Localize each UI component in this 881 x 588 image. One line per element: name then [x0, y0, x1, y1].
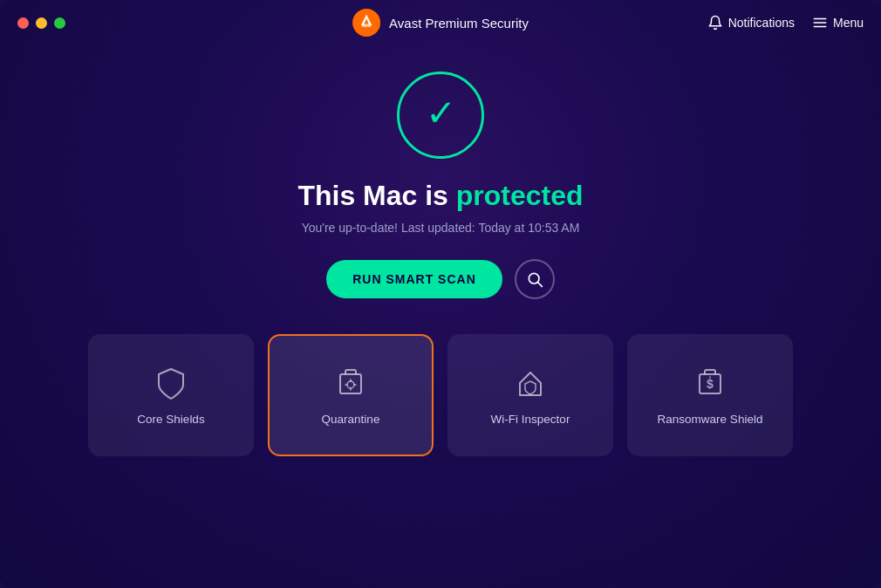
- app-window: Avast Premium Security Notifications Men…: [0, 0, 881, 588]
- headline-prefix: This Mac is: [297, 180, 455, 211]
- ransomware-shield-label: Ransomware Shield: [658, 413, 763, 426]
- core-shields-card[interactable]: Core Shields: [88, 334, 254, 456]
- quarantine-card[interactable]: Quarantine: [268, 334, 434, 456]
- svg-line-5: [538, 283, 543, 287]
- menu-button[interactable]: Menu: [812, 15, 864, 31]
- app-title: Avast Premium Security: [389, 16, 529, 31]
- minimize-button[interactable]: [36, 17, 47, 29]
- search-icon: [526, 270, 543, 288]
- wifi-inspector-card[interactable]: Wi-Fi Inspector: [447, 334, 613, 456]
- maximize-button[interactable]: [54, 17, 65, 29]
- search-button[interactable]: [515, 259, 555, 299]
- headline-highlight: protected: [456, 180, 584, 211]
- title-bar: Avast Premium Security Notifications Men…: [0, 0, 881, 45]
- main-content: ✓ This Mac is protected You're up-to-dat…: [0, 45, 881, 588]
- wifi-inspector-icon: [513, 366, 548, 400]
- svg-point-7: [347, 381, 354, 388]
- title-right-controls: Notifications Menu: [707, 15, 864, 31]
- wifi-inspector-label: Wi-Fi Inspector: [491, 413, 570, 426]
- ransomware-shield-card[interactable]: $ Ransomware Shield: [627, 334, 793, 456]
- app-title-area: Avast Premium Security: [352, 9, 529, 37]
- button-row: RUN SMART SCAN: [326, 259, 555, 299]
- menu-label: Menu: [833, 16, 864, 30]
- core-shields-label: Core Shields: [137, 413, 204, 426]
- status-circle: ✓: [397, 72, 484, 159]
- notifications-label: Notifications: [728, 16, 795, 30]
- status-headline: This Mac is protected: [297, 180, 583, 212]
- hamburger-icon: [812, 15, 828, 31]
- svg-text:$: $: [707, 377, 714, 391]
- run-smart-scan-button[interactable]: RUN SMART SCAN: [326, 260, 502, 298]
- quarantine-icon: [333, 366, 368, 400]
- svg-point-0: [352, 9, 380, 37]
- status-subtitle: You're up-to-date! Last updated: Today a…: [302, 221, 580, 235]
- ransomware-shield-icon: $: [693, 366, 727, 400]
- avast-logo-icon: [352, 9, 380, 37]
- notifications-button[interactable]: Notifications: [707, 15, 795, 31]
- window-controls: [17, 17, 65, 29]
- close-button[interactable]: [17, 17, 29, 29]
- bell-icon: [707, 15, 723, 31]
- cards-row: Core Shields Quarantine: [65, 334, 816, 456]
- checkmark-icon: ✓: [426, 95, 456, 132]
- quarantine-label: Quarantine: [322, 413, 380, 426]
- shield-icon: [154, 366, 188, 400]
